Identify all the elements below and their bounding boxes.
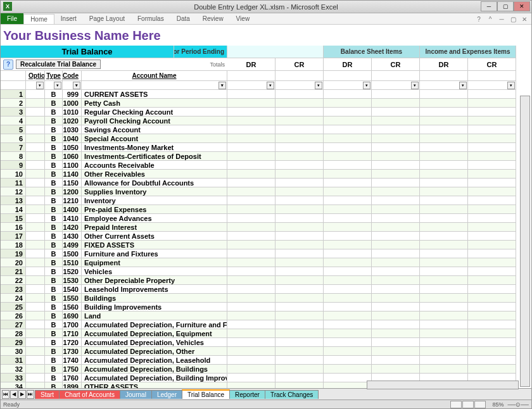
- cell-dr-1[interactable]: [227, 223, 276, 232]
- cell-dr-3[interactable]: [420, 267, 468, 276]
- cell-dr-3[interactable]: [420, 143, 468, 152]
- cell-type[interactable]: B: [45, 311, 63, 320]
- cell-cr-3[interactable]: [468, 125, 516, 134]
- cell-dr-1[interactable]: [227, 108, 276, 116]
- cell-dr-1[interactable]: [227, 232, 276, 241]
- sheet-tab-track-changes[interactable]: Track Changes: [265, 390, 319, 399]
- cell-cr-3[interactable]: [468, 267, 516, 276]
- cell-type[interactable]: B: [45, 365, 63, 374]
- cell-cr-1[interactable]: [276, 267, 324, 276]
- table-row[interactable]: 18B1499FIXED ASSETS: [1, 241, 531, 249]
- cell-dr-2[interactable]: [324, 196, 372, 205]
- table-row[interactable]: 8B1060Investments-Certificates of Deposi…: [1, 152, 531, 161]
- cell-cr-1[interactable]: [276, 196, 324, 205]
- table-row[interactable]: 1B999CURRENT ASSETS: [1, 90, 531, 99]
- cell-dr-2[interactable]: [324, 365, 372, 374]
- cell-dr-3[interactable]: [420, 258, 468, 267]
- table-row[interactable]: 2B1000Petty Cash: [1, 99, 531, 108]
- cell-dr-1[interactable]: [227, 161, 276, 170]
- cell-dr-2[interactable]: [324, 267, 372, 276]
- filter-type[interactable]: ▾: [54, 82, 61, 89]
- cell-cr-1[interactable]: [276, 338, 324, 347]
- cell-cr-1[interactable]: [276, 232, 324, 241]
- recalculate-button[interactable]: Recalculate Trial Balance: [16, 60, 101, 69]
- cell-dr-3[interactable]: [420, 196, 468, 205]
- cell-dr-3[interactable]: [420, 90, 468, 99]
- cell-dr-1[interactable]: [227, 99, 276, 108]
- cell-cr-1[interactable]: [276, 179, 324, 187]
- cell-cr-2[interactable]: [372, 214, 420, 223]
- cell-type[interactable]: B: [45, 134, 63, 143]
- cell-type[interactable]: B: [45, 374, 63, 382]
- cell-dr-2[interactable]: [324, 232, 372, 241]
- table-row[interactable]: 27B1700Accumulated Depreciation, Furnitu…: [1, 320, 531, 329]
- cell-type[interactable]: B: [45, 90, 63, 99]
- zoom-level[interactable]: 85%: [492, 401, 504, 408]
- cell-dr-3[interactable]: [420, 125, 468, 134]
- help-question-icon[interactable]: ?: [3, 60, 13, 70]
- table-row[interactable]: 30B1730Accumulated Depreciation, Other: [1, 347, 531, 356]
- cell-code[interactable]: 1060: [63, 152, 82, 161]
- cell-type[interactable]: B: [45, 214, 63, 223]
- cell-type[interactable]: B: [45, 179, 63, 187]
- cell-dr-1[interactable]: [227, 338, 276, 347]
- ribbon-tab-review[interactable]: Review: [196, 14, 230, 23]
- filter-cr-2[interactable]: ▾: [411, 82, 419, 89]
- table-row[interactable]: 11B1150Allowance for Doubtful Accounts: [1, 179, 531, 187]
- cell-type[interactable]: B: [45, 196, 63, 205]
- cell-cr-3[interactable]: [468, 276, 516, 285]
- cell-cr-2[interactable]: [372, 276, 420, 285]
- cell-type[interactable]: B: [45, 267, 63, 276]
- cell-dr-1[interactable]: [227, 303, 276, 311]
- cell-optional-ref[interactable]: [26, 303, 45, 311]
- data-grid[interactable]: 1B999CURRENT ASSETS2B1000Petty Cash3B101…: [1, 90, 531, 400]
- cell-code[interactable]: 999: [63, 90, 82, 99]
- cell-code[interactable]: 1000: [63, 99, 82, 108]
- cell-dr-2[interactable]: [324, 187, 372, 196]
- cell-cr-2[interactable]: [372, 90, 420, 99]
- cell-optional-ref[interactable]: [26, 161, 45, 170]
- cell-cr-2[interactable]: [372, 170, 420, 179]
- cell-type[interactable]: B: [45, 116, 63, 125]
- cell-cr-3[interactable]: [468, 249, 516, 258]
- filter-dr-2[interactable]: ▾: [363, 82, 370, 89]
- cell-account-name[interactable]: Employee Advances: [82, 214, 227, 223]
- cell-optional-ref[interactable]: [26, 241, 45, 249]
- filter-dr-1[interactable]: ▾: [267, 82, 274, 89]
- table-row[interactable]: 21B1520Vehicles: [1, 267, 531, 276]
- cell-optional-ref[interactable]: [26, 232, 45, 241]
- cell-dr-1[interactable]: [227, 134, 276, 143]
- cell-code[interactable]: 1050: [63, 143, 82, 152]
- cell-dr-3[interactable]: [420, 205, 468, 214]
- cell-account-name[interactable]: Equipment: [82, 258, 227, 267]
- cell-dr-3[interactable]: [420, 249, 468, 258]
- view-page-layout-icon[interactable]: [462, 401, 474, 408]
- cell-dr-1[interactable]: [227, 276, 276, 285]
- cell-account-name[interactable]: Pre-paid Expenses: [82, 205, 227, 214]
- cell-optional-ref[interactable]: [26, 187, 45, 196]
- workbook-restore-icon[interactable]: ▢: [509, 15, 517, 23]
- cell-account-name[interactable]: Vehicles: [82, 267, 227, 276]
- cell-cr-1[interactable]: [276, 347, 324, 356]
- cell-account-name[interactable]: Building Improvements: [82, 303, 227, 311]
- cell-optional-ref[interactable]: [26, 294, 45, 303]
- cell-dr-2[interactable]: [324, 170, 372, 179]
- cell-type[interactable]: B: [45, 356, 63, 365]
- cell-cr-1[interactable]: [276, 161, 324, 170]
- cell-cr-1[interactable]: [276, 276, 324, 285]
- cell-cr-1[interactable]: [276, 356, 324, 365]
- cell-type[interactable]: B: [45, 143, 63, 152]
- cell-cr-3[interactable]: [468, 241, 516, 249]
- cell-type[interactable]: B: [45, 329, 63, 338]
- cell-optional-ref[interactable]: [26, 347, 45, 356]
- cell-dr-1[interactable]: [227, 214, 276, 223]
- cell-cr-2[interactable]: [372, 205, 420, 214]
- cell-dr-1[interactable]: [227, 90, 276, 99]
- cell-code[interactable]: 1020: [63, 116, 82, 125]
- cell-cr-1[interactable]: [276, 320, 324, 329]
- cell-type[interactable]: B: [45, 303, 63, 311]
- cell-type[interactable]: B: [45, 320, 63, 329]
- cell-code[interactable]: 1030: [63, 125, 82, 134]
- cell-cr-2[interactable]: [372, 320, 420, 329]
- view-normal-icon[interactable]: [450, 401, 462, 408]
